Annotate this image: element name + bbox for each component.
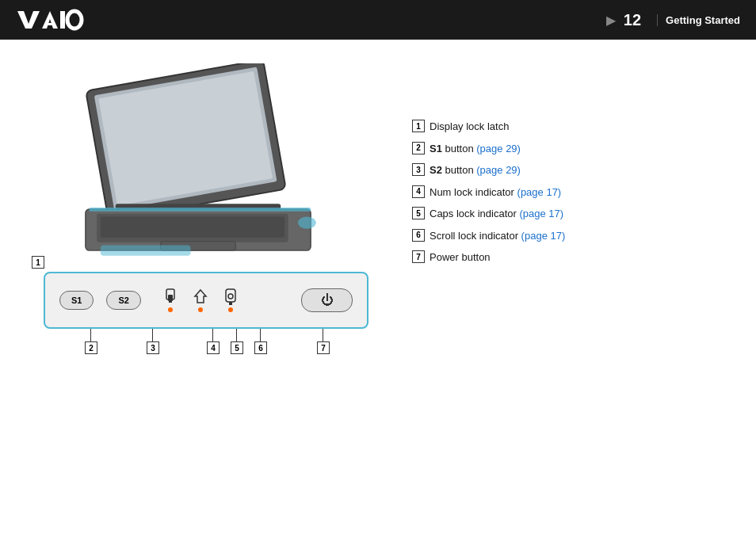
scroll-lock-indicator	[223, 288, 238, 312]
scroll-lock-icon	[223, 288, 238, 306]
vaio-logo-svg	[16, 8, 87, 32]
svg-marker-19	[195, 290, 206, 303]
svg-rect-3	[60, 11, 65, 29]
callout-row: 2 3 4 5	[44, 329, 368, 360]
caps-lock-indicator	[193, 288, 208, 312]
list-num-2: 2	[412, 142, 425, 154]
svg-point-4	[67, 11, 82, 29]
label-1: 1	[32, 256, 44, 269]
callout-5: 5	[231, 329, 243, 354]
list-text-2: S1 button (page 29)	[430, 141, 521, 157]
callout-7: 7	[317, 329, 330, 354]
power-button[interactable]: ⏻	[301, 288, 353, 312]
svg-rect-20	[226, 289, 235, 302]
header-right: ▶ 12 Getting Started	[606, 11, 740, 29]
diagram-area: 1 S1 S2	[24, 55, 388, 518]
num-lock-icon	[163, 288, 178, 306]
section-label: Getting Started	[657, 14, 740, 26]
callout-4: 4	[207, 329, 220, 354]
caps-lock-icon	[193, 288, 208, 306]
header: ▶ 12 Getting Started	[0, 0, 756, 40]
svg-rect-22	[229, 302, 232, 305]
list-num-1: 1	[412, 120, 425, 132]
svg-rect-2	[45, 23, 55, 25]
page-number: 12	[624, 11, 641, 29]
list-num-7: 7	[412, 250, 425, 263]
list-num-3: 3	[412, 163, 425, 176]
list-item-4: 4 Num lock indicator (page 17)	[412, 185, 732, 200]
list-num-6: 6	[412, 229, 425, 242]
indicators-group	[163, 288, 238, 312]
svg-rect-11	[101, 216, 284, 238]
link-s2[interactable]: (page 29)	[476, 164, 521, 176]
list-text-6: Scroll lock indicator (page 17)	[430, 228, 565, 244]
laptop-illustration	[55, 63, 357, 272]
logo	[16, 8, 87, 32]
callout-6: 6	[254, 329, 267, 354]
list-item-2: 2 S1 button (page 29)	[412, 141, 732, 157]
list-text-5: Caps lock indicator (page 17)	[430, 206, 563, 222]
svg-rect-13	[90, 208, 311, 212]
link-num-lock[interactable]: (page 17)	[517, 186, 562, 198]
list-text-1: Display lock latch	[430, 119, 509, 135]
link-s1[interactable]: (page 29)	[476, 143, 521, 154]
list-num-5: 5	[412, 207, 425, 219]
main-content: 1 S1 S2	[0, 40, 756, 534]
link-scroll-lock[interactable]: (page 17)	[521, 230, 566, 242]
list-num-4: 4	[412, 185, 425, 198]
svg-point-14	[298, 216, 316, 228]
s2-button[interactable]: S2	[106, 291, 140, 310]
list-text-3: S2 button (page 29)	[430, 162, 521, 178]
text-list: 1 Display lock latch 2 S1 button (page 2…	[412, 55, 732, 518]
svg-marker-0	[17, 11, 40, 29]
svg-rect-15	[101, 245, 191, 255]
laptop-svg	[55, 63, 341, 269]
list-item-5: 5 Caps lock indicator (page 17)	[412, 206, 732, 222]
list-item-3: 3 S2 button (page 29)	[412, 162, 732, 178]
num-lock-indicator	[163, 288, 178, 312]
list-item-7: 7 Power button	[412, 250, 732, 265]
s1-button[interactable]: S1	[59, 291, 94, 310]
bottom-strip: S1 S2	[44, 272, 368, 329]
list-text-4: Num lock indicator (page 17)	[430, 185, 561, 200]
svg-point-21	[228, 294, 233, 299]
callout-3: 3	[147, 329, 159, 354]
page-arrow-icon: ▶	[606, 13, 616, 28]
callout-2: 2	[85, 329, 97, 354]
svg-rect-18	[169, 299, 172, 303]
list-item-1: 1 Display lock latch	[412, 119, 732, 135]
link-caps-lock[interactable]: (page 17)	[519, 208, 563, 219]
svg-marker-1	[42, 11, 58, 29]
list-item-6: 6 Scroll lock indicator (page 17)	[412, 228, 732, 244]
list-text-7: Power button	[430, 250, 491, 265]
